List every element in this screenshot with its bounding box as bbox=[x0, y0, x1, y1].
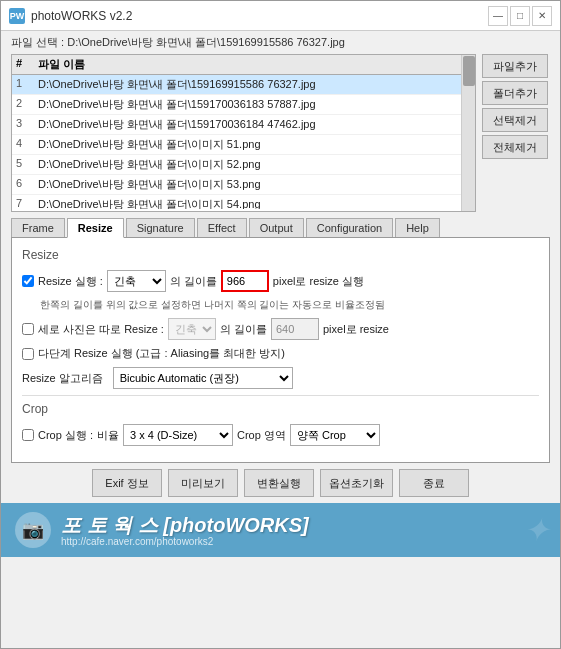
title-controls: — □ ✕ bbox=[488, 6, 552, 26]
file-list: # 파일 이름 1 D:\OneDrive\바탕 화면\새 폴더\1591699… bbox=[11, 54, 476, 212]
file-path-label: 파일 선택 : D:\OneDrive\바탕 화면\새 폴더\159169915… bbox=[11, 36, 345, 48]
crop-checkbox-label[interactable]: Crop 실행 : bbox=[22, 428, 93, 443]
tab-signature[interactable]: Signature bbox=[126, 218, 195, 237]
crop-ratio-label: 비율 bbox=[97, 428, 119, 443]
title-bar-left: PW photoWORKS v2.2 bbox=[9, 8, 132, 24]
separate-axis-select: 긴축 bbox=[168, 318, 216, 340]
separate-label: 세로 사진은 따로 Resize : bbox=[38, 322, 164, 337]
crop-section-label: Crop bbox=[22, 402, 539, 416]
table-row[interactable]: 5 D:\OneDrive\바탕 화면\새 폴더\이미지 52.png bbox=[12, 155, 475, 175]
table-row[interactable]: 6 D:\OneDrive\바탕 화면\새 폴더\이미지 53.png bbox=[12, 175, 475, 195]
pixel-label: pixel로 resize 실행 bbox=[273, 274, 364, 289]
footer-subtitle: http://cafe.naver.com/photoworks2 bbox=[61, 536, 309, 547]
tab-content-resize: Resize Resize 실행 : 긴축 짧은축 넓이 높이 의 길이를 pi… bbox=[11, 238, 550, 463]
camera-emoji: 📷 bbox=[22, 519, 44, 541]
remove-all-button[interactable]: 전체제거 bbox=[482, 135, 548, 159]
col-header-name: 파일 이름 bbox=[38, 57, 471, 72]
tab-help[interactable]: Help bbox=[395, 218, 440, 237]
step-checkbox-label[interactable]: 다단계 Resize 실행 (고급 : Aliasing를 최대한 방지) bbox=[22, 346, 285, 361]
crop-label: Crop 실행 : bbox=[38, 428, 93, 443]
app-icon: PW bbox=[9, 8, 25, 24]
resize-size-input[interactable] bbox=[221, 270, 269, 292]
table-row[interactable]: 4 D:\OneDrive\바탕 화면\새 폴더\이미지 51.png bbox=[12, 135, 475, 155]
separate-checkbox[interactable] bbox=[22, 323, 34, 335]
file-list-header: # 파일 이름 bbox=[12, 55, 475, 75]
add-folder-button[interactable]: 폴더추가 bbox=[482, 81, 548, 105]
crop-ratio-select[interactable]: 3 x 4 (D-Size) 4 x 3 2 x 3 3 x 2 bbox=[123, 424, 233, 446]
bottom-buttons: Exif 정보 미리보기 변환실행 옵션초기화 종료 bbox=[11, 469, 550, 497]
resize-label: Resize 실행 : bbox=[38, 274, 103, 289]
scrollbar[interactable] bbox=[461, 55, 475, 211]
resize-row-3: 다단계 Resize 실행 (고급 : Aliasing를 최대한 방지) bbox=[22, 346, 539, 361]
crop-checkbox[interactable] bbox=[22, 429, 34, 441]
crop-area-label: Crop 영역 bbox=[237, 428, 286, 443]
separate-checkbox-label[interactable]: 세로 사진은 따로 Resize : bbox=[22, 322, 164, 337]
size-of-label: 의 길이를 bbox=[170, 274, 217, 289]
resize-axis-select[interactable]: 긴축 짧은축 넓이 높이 bbox=[107, 270, 166, 292]
algo-label: Resize 알고리즘 bbox=[22, 371, 103, 386]
tab-output[interactable]: Output bbox=[249, 218, 304, 237]
algo-select[interactable]: Bicubic Automatic (권장) Bilinear Bicubic … bbox=[113, 367, 293, 389]
resize-row-2: 세로 사진은 따로 Resize : 긴축 의 길이를 pixel로 resiz… bbox=[22, 318, 539, 340]
exit-button[interactable]: 종료 bbox=[399, 469, 469, 497]
scrollbar-thumb[interactable] bbox=[463, 56, 475, 86]
resize-section-label: Resize bbox=[22, 248, 539, 262]
crop-area-select[interactable]: 양쪽 Crop 위아래 Crop bbox=[290, 424, 380, 446]
separate-size-of-label: 의 길이를 bbox=[220, 322, 267, 337]
close-button[interactable]: ✕ bbox=[532, 6, 552, 26]
resize-row-4: Resize 알고리즘 Bicubic Automatic (권장) Bilin… bbox=[22, 367, 539, 389]
tabs: Frame Resize Signature Effect Output Con… bbox=[11, 218, 550, 238]
resize-note: 한쪽의 길이를 위의 값으로 설정하면 나머지 쪽의 길이는 자동으로 비율조정… bbox=[40, 298, 539, 312]
resize-checkbox[interactable] bbox=[22, 275, 34, 287]
crop-section: Crop Crop 실행 : 비율 3 x 4 (D-Size) 4 x 3 2… bbox=[22, 402, 539, 446]
resize-section: Resize Resize 실행 : 긴축 짧은축 넓이 높이 의 길이를 pi… bbox=[22, 248, 539, 389]
main-window: PW photoWORKS v2.2 — □ ✕ 파일 선택 : D:\OneD… bbox=[0, 0, 561, 649]
tab-effect[interactable]: Effect bbox=[197, 218, 247, 237]
separate-size-input[interactable] bbox=[271, 318, 319, 340]
footer-text-block: 포 토 웍 스 [photoWORKS] http://cafe.naver.c… bbox=[61, 514, 309, 547]
footer-camera-icon: 📷 bbox=[15, 512, 51, 548]
step-label: 다단계 Resize 실행 (고급 : Aliasing를 최대한 방지) bbox=[38, 346, 285, 361]
separate-pixel-label: pixel로 resize bbox=[323, 322, 389, 337]
table-row[interactable]: 7 D:\OneDrive\바탕 화면\새 폴더\이미지 54.png bbox=[12, 195, 475, 209]
resize-row-1: Resize 실행 : 긴축 짧은축 넓이 높이 의 길이를 pixel로 re… bbox=[22, 270, 539, 292]
footer-watermark: ✦ bbox=[523, 511, 550, 549]
tab-configuration[interactable]: Configuration bbox=[306, 218, 393, 237]
remove-selected-button[interactable]: 선택제거 bbox=[482, 108, 548, 132]
exif-button[interactable]: Exif 정보 bbox=[92, 469, 162, 497]
maximize-button[interactable]: □ bbox=[510, 6, 530, 26]
title-bar: PW photoWORKS v2.2 — □ ✕ bbox=[1, 1, 560, 31]
table-row[interactable]: 2 D:\OneDrive\바탕 화면\새 폴더\159170036183 57… bbox=[12, 95, 475, 115]
resize-checkbox-label[interactable]: Resize 실행 : bbox=[22, 274, 103, 289]
footer-banner: 📷 포 토 웍 스 [photoWORKS] http://cafe.naver… bbox=[1, 503, 560, 557]
file-path-bar: 파일 선택 : D:\OneDrive\바탕 화면\새 폴더\159169915… bbox=[1, 31, 560, 54]
preview-button[interactable]: 미리보기 bbox=[168, 469, 238, 497]
section-separator bbox=[22, 395, 539, 396]
add-file-button[interactable]: 파일추가 bbox=[482, 54, 548, 78]
crop-row-1: Crop 실행 : 비율 3 x 4 (D-Size) 4 x 3 2 x 3 … bbox=[22, 424, 539, 446]
footer-title: 포 토 웍 스 [photoWORKS] bbox=[61, 514, 309, 536]
window-title: photoWORKS v2.2 bbox=[31, 9, 132, 23]
convert-button[interactable]: 변환실행 bbox=[244, 469, 314, 497]
step-checkbox[interactable] bbox=[22, 348, 34, 360]
col-header-num: # bbox=[16, 57, 38, 72]
table-row[interactable]: 1 D:\OneDrive\바탕 화면\새 폴더\159169915586 76… bbox=[12, 75, 475, 95]
tab-resize[interactable]: Resize bbox=[67, 218, 124, 238]
sidebar-buttons: 파일추가 폴더추가 선택제거 전체제거 bbox=[482, 54, 550, 212]
reset-button[interactable]: 옵션초기화 bbox=[320, 469, 393, 497]
table-row[interactable]: 3 D:\OneDrive\바탕 화면\새 폴더\159170036184 47… bbox=[12, 115, 475, 135]
minimize-button[interactable]: — bbox=[488, 6, 508, 26]
file-list-body[interactable]: 1 D:\OneDrive\바탕 화면\새 폴더\159169915586 76… bbox=[12, 75, 475, 209]
tab-frame[interactable]: Frame bbox=[11, 218, 65, 237]
